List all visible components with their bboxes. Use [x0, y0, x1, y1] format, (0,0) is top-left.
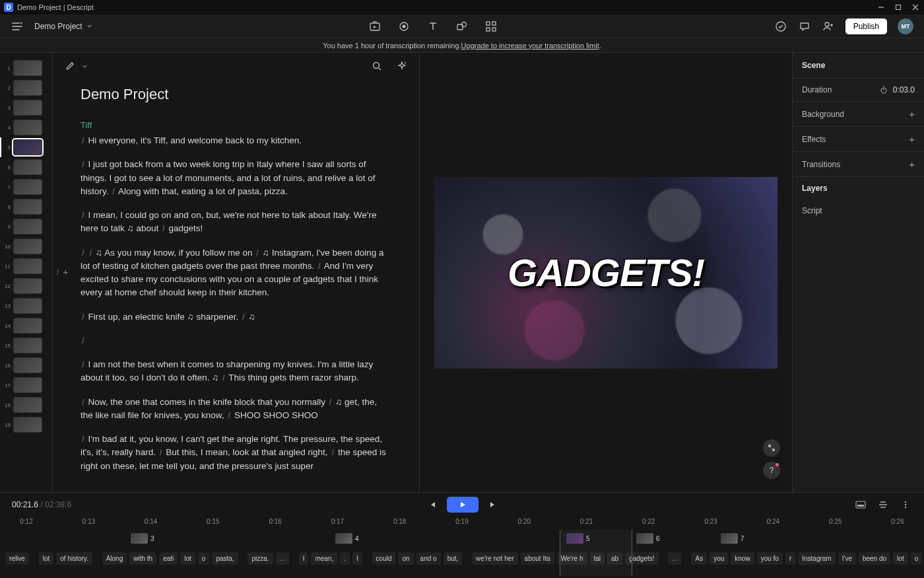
transcript-paragraph[interactable]: / I mean, I could go on and on, but, we'…	[81, 209, 391, 236]
align-icon[interactable]	[876, 498, 890, 511]
word-token[interactable]: lot	[893, 552, 908, 565]
clip-6[interactable]: 6	[636, 532, 660, 544]
scene-thumb-1[interactable]: 1	[3, 58, 50, 78]
plus-icon[interactable]: +	[909, 159, 915, 170]
word-token[interactable]: but,	[444, 552, 463, 565]
transcript-paragraph[interactable]: /	[81, 334, 391, 347]
media-icon[interactable]	[368, 20, 381, 33]
shapes-icon[interactable]	[455, 20, 469, 33]
word-token[interactable]: r	[785, 552, 795, 565]
expand-icon[interactable]	[763, 439, 780, 456]
word-token[interactable]: pizza.	[248, 552, 273, 565]
word-token[interactable]: on	[398, 552, 413, 565]
word-token[interactable]	[32, 552, 36, 565]
transcript-paragraph[interactable]: / Now, the one that comes in the knife b…	[81, 396, 391, 423]
scene-thumb-3[interactable]: 3	[3, 98, 50, 118]
clip-5[interactable]: 5	[566, 532, 590, 544]
comment-icon[interactable]	[798, 20, 811, 33]
scene-thumb-14[interactable]: 14	[3, 316, 50, 336]
speaker-label[interactable]: Tiff	[81, 120, 391, 130]
word-token[interactable]: you	[710, 552, 728, 565]
sparkle-icon[interactable]	[395, 59, 409, 73]
word-token[interactable]: lot	[39, 552, 54, 565]
word-token[interactable]: ...	[668, 552, 681, 565]
transcript-paragraph[interactable]: / First up, an electric knife ♫ sharpene…	[81, 310, 391, 324]
plus-icon[interactable]: +	[909, 133, 915, 145]
clip-track[interactable]: 34567	[0, 530, 924, 548]
scene-thumb-19[interactable]: 19	[3, 415, 50, 435]
scene-thumb-10[interactable]: 10	[3, 236, 50, 256]
word-token[interactable]: Instagram	[798, 552, 835, 565]
duration-row[interactable]: Duration 0:03.0	[793, 78, 924, 101]
project-name-dropdown[interactable]: Demo Project	[34, 22, 92, 31]
word-token[interactable]: Along	[102, 552, 127, 565]
transcript-paragraph[interactable]: / I just got back from a two week long t…	[81, 158, 391, 198]
grid-icon[interactable]	[484, 20, 498, 33]
scene-rail[interactable]: 12345678910111213141516171819	[0, 53, 53, 492]
word-token[interactable]	[292, 552, 296, 565]
background-row[interactable]: Background +	[793, 101, 924, 126]
transcript-paragraph[interactable]: / I am not the best when it comes to sha…	[81, 358, 391, 385]
scene-thumb-6[interactable]: 6	[3, 157, 50, 177]
skip-forward-icon[interactable]	[485, 497, 501, 513]
chevron-down-icon[interactable]	[82, 63, 88, 69]
scene-thumb-15[interactable]: 15	[3, 336, 50, 355]
word-token[interactable]: with th	[129, 552, 156, 565]
word-token[interactable]: o	[198, 552, 210, 565]
pen-icon[interactable]	[63, 59, 77, 73]
scene-thumb-11[interactable]: 11	[3, 256, 50, 276]
word-token[interactable]: we're not her	[472, 552, 518, 565]
transcript-text[interactable]: / Hi everyone, it's Tiff, and welcome ba…	[81, 134, 391, 473]
time-ruler[interactable]: 0:120:130:140:150:160:170:180:190:200:21…	[0, 517, 924, 530]
check-icon[interactable]	[774, 20, 787, 33]
scene-thumb-9[interactable]: 9	[3, 217, 50, 236]
window-close-icon[interactable]	[911, 3, 920, 12]
scene-thumb-4[interactable]: 4	[3, 118, 50, 137]
word-token[interactable]: eati	[159, 552, 178, 565]
scene-thumb-5[interactable]: 5	[3, 137, 50, 157]
word-token[interactable]	[365, 552, 370, 565]
word-token[interactable]: relive	[5, 552, 29, 565]
word-token[interactable]	[684, 552, 689, 565]
timeline-view-icon[interactable]	[854, 498, 867, 511]
word-token[interactable]: I've	[838, 552, 856, 565]
scene-thumb-7[interactable]: 7	[3, 177, 50, 197]
add-person-icon[interactable]	[822, 20, 835, 33]
clip-4[interactable]: 4	[335, 532, 359, 544]
search-icon[interactable]	[370, 59, 383, 73]
slash-marker-icon[interactable]: /	[57, 268, 59, 277]
clip-7[interactable]: 7	[721, 532, 744, 544]
word-token[interactable]: I	[299, 552, 309, 565]
scene-thumb-13[interactable]: 13	[3, 296, 50, 316]
scene-thumb-18[interactable]: 18	[3, 395, 50, 415]
word-token[interactable]: pasta,	[212, 552, 238, 565]
word-token[interactable]: o	[911, 552, 923, 565]
word-token[interactable]: As	[691, 552, 707, 565]
word-token[interactable]	[465, 552, 469, 565]
word-token[interactable]: been do	[859, 552, 890, 565]
word-token[interactable]	[241, 552, 246, 565]
upgrade-link[interactable]: Upgrade to increase your transcription l…	[461, 42, 599, 50]
word-token[interactable]	[661, 552, 666, 565]
play-button[interactable]	[447, 497, 478, 513]
text-icon[interactable]	[426, 20, 440, 33]
word-token[interactable]: ...	[276, 552, 289, 565]
word-token[interactable]: I	[352, 552, 362, 565]
skip-back-icon[interactable]	[424, 497, 440, 513]
word-token[interactable]: could	[372, 552, 396, 565]
word-token[interactable]: you fo	[757, 552, 783, 565]
word-token[interactable]	[95, 552, 100, 565]
scene-thumb-8[interactable]: 8	[3, 197, 50, 217]
effects-row[interactable]: Effects +	[793, 126, 924, 151]
clip-3[interactable]: 3	[131, 532, 154, 544]
window-maximize-icon[interactable]	[894, 3, 903, 12]
more-icon[interactable]	[899, 498, 912, 511]
project-title[interactable]: Demo Project	[81, 86, 391, 103]
word-token[interactable]: of history.	[56, 552, 92, 565]
scene-thumb-12[interactable]: 12	[3, 276, 50, 296]
menu-icon[interactable]	[11, 20, 24, 33]
scene-thumb-2[interactable]: 2	[3, 78, 50, 98]
transcript-paragraph[interactable]: / Hi everyone, it's Tiff, and welcome ba…	[81, 134, 391, 147]
record-icon[interactable]	[397, 20, 411, 33]
publish-button[interactable]: Publish	[845, 18, 887, 34]
